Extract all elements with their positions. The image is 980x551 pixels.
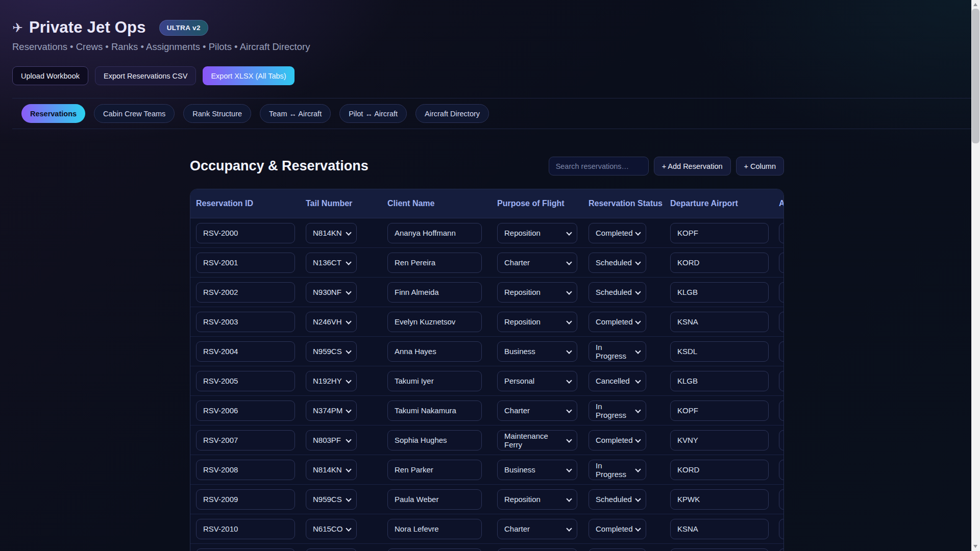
departure-airport-input[interactable] [670,253,769,273]
reservation-status-select[interactable]: Scheduled [589,282,646,303]
arrival-airport-input[interactable] [779,282,784,303]
tail-number-select[interactable]: N246VH [306,312,357,332]
arrival-airport-input[interactable] [779,460,784,480]
arrival-airport-input[interactable] [779,430,784,450]
tail-number-select[interactable]: N803PF [306,430,357,450]
tail-number-select[interactable]: N814KN [306,223,357,243]
client-name-input[interactable] [387,253,482,273]
tail-number-select[interactable]: N959CS [306,341,357,362]
purpose-of-flight-select[interactable]: Maintenance Ferry [497,430,577,450]
departure-airport-input[interactable] [670,460,769,480]
tab-cabin-crew-teams[interactable]: Cabin Crew Teams [94,104,175,123]
client-name-input[interactable] [387,371,482,391]
tail-number-select[interactable]: N959CS [306,489,357,510]
reservation-status-select[interactable]: Completed [589,519,646,539]
client-name-input[interactable] [387,341,482,362]
reservation-status-select[interactable]: Scheduled [589,253,646,273]
search-input[interactable] [549,157,649,176]
arrival-airport-input[interactable] [779,223,784,243]
upload-workbook-button[interactable]: Upload Workbook [12,66,88,85]
purpose-of-flight-select[interactable]: Charter [497,519,577,539]
arrival-airport-input[interactable] [779,312,784,332]
reservation-id-input[interactable] [196,341,295,362]
add-column-button[interactable]: + Column [736,157,784,176]
reservation-status-select[interactable]: In Progress [589,341,646,362]
purpose-of-flight-select[interactable]: Charter [497,253,577,273]
purpose-of-flight-select[interactable]: Business [497,460,577,480]
client-name-input[interactable] [387,548,482,551]
scroll-down-icon[interactable] [973,545,977,548]
reservation-id-input[interactable] [196,223,295,243]
reservation-status-select[interactable]: Scheduled [589,489,646,510]
purpose-of-flight-select[interactable]: Reposition [497,489,577,510]
departure-airport-input[interactable] [670,400,769,421]
client-name-input[interactable] [387,489,482,510]
arrival-airport-input[interactable] [779,519,784,539]
reservation-id-input[interactable] [196,371,295,391]
reservation-id-input[interactable] [196,548,295,551]
arrival-airport-input[interactable] [779,371,784,391]
arrival-airport-input[interactable] [779,548,784,551]
vertical-scrollbar[interactable] [971,0,980,551]
tab-reservations[interactable]: Reservations [21,104,85,123]
tail-number-select[interactable]: N615CO [306,519,357,539]
reservation-status-select[interactable]: Completed [589,223,646,243]
purpose-of-flight-select[interactable]: Business [497,341,577,362]
reservation-id-input[interactable] [196,253,295,273]
reservation-status-select[interactable]: Cancelled [589,371,646,391]
departure-airport-input[interactable] [670,489,769,510]
reservation-id-input[interactable] [196,312,295,332]
reservation-id-input[interactable] [196,519,295,539]
scrollbar-thumb[interactable] [972,9,979,143]
purpose-of-flight-select[interactable]: Charter [497,400,577,421]
client-name-input[interactable] [387,400,482,421]
purpose-of-flight-select[interactable]: Personal [497,371,577,391]
departure-airport-input[interactable] [670,341,769,362]
tab-rank-structure[interactable]: Rank Structure [183,104,251,123]
add-reservation-button[interactable]: + Add Reservation [654,157,731,176]
purpose-of-flight-select[interactable]: Reposition [497,312,577,332]
client-name-input[interactable] [387,460,482,480]
export-xlsx-button[interactable]: Export XLSX (All Tabs) [203,66,294,85]
arrival-airport-input[interactable] [779,253,784,273]
tail-number-select[interactable]: N814KN [306,460,357,480]
departure-airport-input[interactable] [670,282,769,303]
departure-airport-input[interactable] [670,430,769,450]
purpose-of-flight-select[interactable]: Reposition [497,223,577,243]
tail-number-select[interactable]: N930NF [306,282,357,303]
reservation-status-select[interactable]: Completed [589,430,646,450]
tail-number-select[interactable]: N136CT [306,253,357,273]
reservation-id-input[interactable] [196,489,295,510]
reservation-status-select[interactable]: In Progress [589,460,646,480]
reservation-id-input[interactable] [196,430,295,450]
client-name-input[interactable] [387,519,482,539]
tab-pilot-aircraft[interactable]: Pilot ↔ Aircraft [339,104,407,123]
arrival-airport-input[interactable] [779,489,784,510]
reservation-id-input[interactable] [196,282,295,303]
reservation-status-select[interactable] [589,548,646,551]
client-name-input[interactable] [387,223,482,243]
tail-number-select[interactable] [306,548,357,551]
reservation-id-input[interactable] [196,400,295,421]
departure-airport-input[interactable] [670,548,769,551]
tab-aircraft-directory[interactable]: Aircraft Directory [415,104,489,123]
tab-team-aircraft[interactable]: Team ↔ Aircraft [260,104,331,123]
scroll-up-icon[interactable] [973,3,977,6]
arrival-airport-input[interactable] [779,400,784,421]
client-name-input[interactable] [387,430,482,450]
departure-airport-input[interactable] [670,519,769,539]
reservation-status-select[interactable]: In Progress [589,400,646,421]
reservation-id-input[interactable] [196,460,295,480]
reservation-status-select[interactable]: Completed [589,312,646,332]
purpose-of-flight-select[interactable]: Reposition [497,282,577,303]
export-csv-button[interactable]: Export Reservations CSV [95,66,196,85]
tail-number-select[interactable]: N374PM [306,400,357,421]
client-name-input[interactable] [387,312,482,332]
departure-airport-input[interactable] [670,371,769,391]
departure-airport-input[interactable] [670,223,769,243]
purpose-of-flight-select[interactable] [497,548,577,551]
client-name-input[interactable] [387,282,482,303]
arrival-airport-input[interactable] [779,341,784,362]
departure-airport-input[interactable] [670,312,769,332]
tail-number-select[interactable]: N192HY [306,371,357,391]
